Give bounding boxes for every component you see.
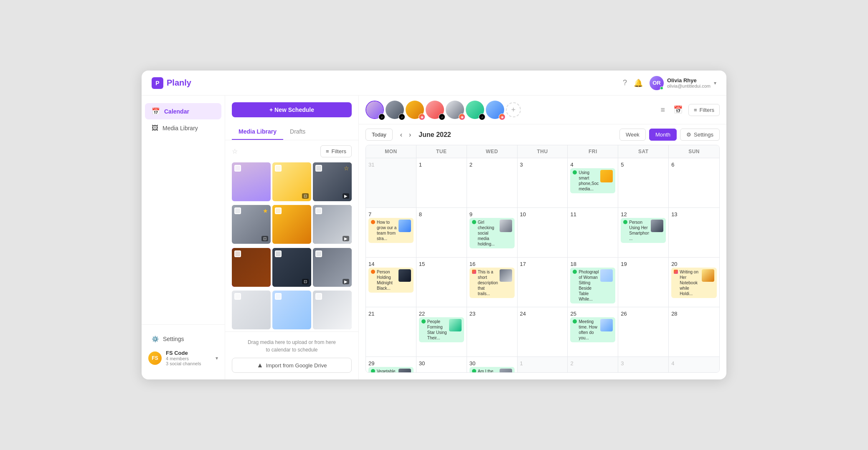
cal-event[interactable]: Girl checking social media holding... xyxy=(470,218,515,248)
add-account-button[interactable]: + xyxy=(506,102,521,117)
media-checkbox[interactable] xyxy=(315,250,322,257)
cal-cell[interactable]: 30 Am I the only one who is obses... xyxy=(467,357,518,373)
sidebar-item-media-library[interactable]: 🖼 Media Library xyxy=(145,120,221,136)
cal-cell[interactable]: 31 xyxy=(366,158,416,207)
cal-cell[interactable]: 20 Writing on Her Notebook while Holdi..… xyxy=(669,258,719,307)
media-checkbox[interactable] xyxy=(275,293,282,300)
avatar-4[interactable]: ♪ xyxy=(426,101,444,119)
cal-cell[interactable]: 14 Person Holding Midnight Black... xyxy=(366,258,416,307)
cal-cell[interactable]: 4 xyxy=(669,357,719,373)
cal-cell[interactable]: 2 xyxy=(467,158,518,207)
media-checkbox[interactable] xyxy=(275,250,282,257)
cal-cell[interactable]: 18 Photography of Woman Sitting Beside T… xyxy=(568,258,618,307)
media-checkbox[interactable] xyxy=(275,207,282,214)
media-checkbox[interactable] xyxy=(234,207,241,214)
favorite-button[interactable]: ☆ xyxy=(232,147,238,155)
media-thumb[interactable] xyxy=(272,291,311,329)
media-checkbox[interactable] xyxy=(234,250,241,257)
cal-cell[interactable]: 6 xyxy=(669,158,719,207)
avatar-2[interactable]: ♪ xyxy=(386,101,404,119)
sidebar-item-calendar[interactable]: 📅 Calendar xyxy=(145,103,221,119)
week-view-button[interactable]: Week xyxy=(619,129,646,141)
user-menu[interactable]: OR Olivia Rhye olivia@untitledui.com ▾ xyxy=(650,76,716,90)
calendar-filters-button[interactable]: ≡ Filters xyxy=(688,104,720,116)
cal-cell[interactable]: 11 xyxy=(568,208,618,257)
cal-cell[interactable]: 3 xyxy=(618,357,669,373)
notification-icon[interactable]: 🔔 xyxy=(634,78,643,88)
cal-cell[interactable]: 13 xyxy=(669,208,719,257)
prev-month-button[interactable]: ‹ xyxy=(398,129,405,140)
cal-cell[interactable]: 7 How to grow our a team from stra... xyxy=(366,208,416,257)
media-thumb[interactable] xyxy=(272,205,311,244)
cal-event[interactable]: Vegetable Salad on Plate ... xyxy=(368,367,414,373)
cal-cell[interactable]: 5 xyxy=(618,158,669,207)
cal-cell[interactable]: 4 Using smart phone,Social media... xyxy=(568,158,618,207)
calendar-settings-button[interactable]: ⚙ Settings xyxy=(680,129,720,141)
cal-cell[interactable]: 25 Meeting time. How often do you... xyxy=(568,307,618,356)
cal-cell[interactable]: 24 xyxy=(518,307,568,356)
import-google-drive-button[interactable]: ▲ Import from Google Drive xyxy=(232,358,352,373)
cal-event[interactable]: People Forming Star Using Their... xyxy=(419,317,464,342)
media-checkbox[interactable] xyxy=(234,165,241,172)
avatar-7[interactable]: ◉ xyxy=(486,101,504,119)
media-checkbox[interactable] xyxy=(315,293,322,300)
cal-cell[interactable]: 16 This is a short description that trai… xyxy=(467,258,518,307)
cal-cell[interactable]: 3 xyxy=(518,158,568,207)
cal-event[interactable]: Photography of Woman Sitting Beside Tabl… xyxy=(570,268,615,303)
media-thumb[interactable] xyxy=(313,291,352,329)
media-checkbox[interactable] xyxy=(315,165,322,172)
cal-event[interactable]: Writing on Her Notebook while Holdi... xyxy=(671,268,717,298)
avatar-6[interactable]: ♪ xyxy=(466,101,484,119)
cal-cell[interactable]: 30 xyxy=(416,357,467,373)
cal-cell[interactable]: 1 xyxy=(416,158,467,207)
avatar-1[interactable]: ♪ xyxy=(365,101,384,119)
media-checkbox[interactable] xyxy=(234,293,241,300)
cal-cell[interactable]: 19 xyxy=(618,258,669,307)
month-view-button[interactable]: Month xyxy=(649,129,677,141)
cal-event[interactable]: Am I the only one who is obses... xyxy=(470,367,515,373)
cal-event[interactable]: How to grow our a team from stra... xyxy=(368,218,414,243)
cal-event[interactable]: Meeting time. How often do you... xyxy=(570,317,615,342)
cal-cell[interactable]: 17 xyxy=(518,258,568,307)
today-button[interactable]: Today xyxy=(365,129,393,141)
media-thumb[interactable] xyxy=(232,248,271,287)
media-checkbox[interactable] xyxy=(275,165,282,172)
cal-cell[interactable]: 9 Girl checking social media holding... xyxy=(467,208,518,257)
cal-cell[interactable]: 23 xyxy=(467,307,518,356)
next-month-button[interactable]: › xyxy=(406,129,414,140)
media-thumb[interactable] xyxy=(232,162,271,201)
cal-cell[interactable]: 28 xyxy=(669,307,719,356)
media-thumb[interactable]: ⊡ xyxy=(272,162,311,201)
media-thumb[interactable]: ⊡ xyxy=(272,248,311,287)
cal-event[interactable]: This is a short description that trails.… xyxy=(470,268,515,298)
workspace-item[interactable]: FS FS Code 4 members 3 social channels ▾ xyxy=(148,350,218,366)
cal-cell[interactable]: 22 People Forming Star Using Their... xyxy=(416,307,467,356)
cal-cell[interactable]: 29 Vegetable Salad on Plate ... xyxy=(366,357,416,373)
media-thumb[interactable]: ▶ xyxy=(313,205,352,244)
cal-cell[interactable]: 21 xyxy=(366,307,416,356)
help-icon[interactable]: ? xyxy=(623,78,627,87)
tab-drafts[interactable]: Drafts xyxy=(283,124,312,140)
cal-cell[interactable]: 1 xyxy=(518,357,568,373)
cal-cell[interactable]: 2 xyxy=(568,357,618,373)
cal-cell[interactable]: 15 xyxy=(416,258,467,307)
settings-item[interactable]: ⚙️ Settings xyxy=(148,331,218,346)
cal-cell[interactable]: 12 Person Using Her Smartphone ... xyxy=(618,208,669,257)
cal-cell[interactable]: 26 xyxy=(618,307,669,356)
media-thumb[interactable] xyxy=(232,291,271,329)
media-thumb[interactable]: ⊡ ★ xyxy=(232,205,271,244)
cal-event[interactable]: Person Holding Midnight Black... xyxy=(368,268,414,293)
cal-cell[interactable]: 10 xyxy=(518,208,568,257)
media-checkbox[interactable] xyxy=(315,207,322,214)
cal-cell[interactable]: 8 xyxy=(416,208,467,257)
media-filters-button[interactable]: ≡ Filters xyxy=(320,145,352,157)
new-schedule-button[interactable]: + New Schedule xyxy=(232,102,352,117)
cal-event[interactable]: Using smart phone,Social media... xyxy=(570,168,615,193)
avatar-5[interactable]: ◉ xyxy=(446,101,464,119)
cal-event[interactable]: Person Using Her Smartphone ... xyxy=(621,218,666,243)
tab-media-library[interactable]: Media Library xyxy=(232,124,283,140)
list-view-button[interactable]: ≡ xyxy=(658,103,668,117)
media-thumb[interactable]: ▶ ☆ xyxy=(313,162,352,201)
media-thumb[interactable]: ▶ xyxy=(313,248,352,287)
avatar-3[interactable]: ◉ xyxy=(406,101,424,119)
